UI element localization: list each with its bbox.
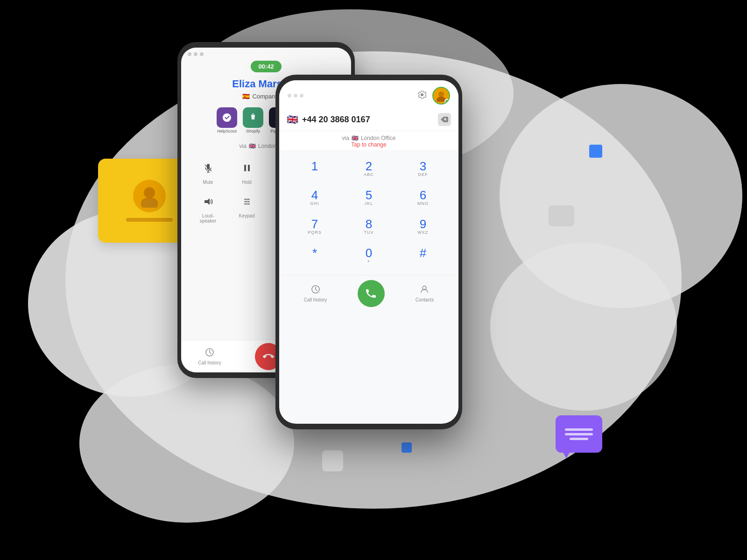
dial-num-5: 5 (366, 189, 372, 201)
front-dot-3 (300, 94, 303, 98)
mute-icon (199, 159, 218, 177)
shopify-label: Shopify (246, 129, 260, 133)
svg-point-21 (248, 201, 249, 203)
keypad-button[interactable]: Keypad (238, 192, 256, 224)
backspace-icon (441, 117, 448, 122)
dot-3 (200, 52, 204, 56)
dial-key-7[interactable]: 7 PQRS (289, 213, 341, 240)
svg-marker-15 (204, 198, 210, 205)
loudspeaker-label: Loud-speaker (200, 213, 217, 224)
helpscout-icon (217, 107, 237, 128)
mute-button[interactable]: Mute (199, 159, 218, 185)
dial-letters-7: PQRS (308, 230, 322, 236)
dialer-header (279, 80, 458, 108)
dot-1 (188, 52, 191, 56)
svg-point-23 (246, 203, 247, 205)
dial-key-hash[interactable]: # (397, 242, 449, 269)
dial-key-2[interactable]: 2 ABC (343, 155, 395, 182)
user-avatar[interactable] (432, 87, 450, 105)
svg-point-18 (248, 199, 249, 200)
front-contacts-icon (420, 285, 429, 296)
dial-letters-0: + (367, 259, 370, 265)
via-section-front: via 🇬🇧 London Office Tap to change (279, 131, 458, 150)
office-flag: 🇬🇧 (249, 143, 256, 149)
chat-line-2 (565, 433, 593, 435)
front-call-history-label: Call history (304, 297, 327, 302)
end-call-icon (263, 351, 274, 362)
svg-point-17 (246, 199, 247, 200)
dial-num-6: 6 (420, 189, 426, 201)
front-dot-1 (288, 94, 291, 98)
front-phone-dots (288, 94, 303, 98)
svg-point-19 (244, 201, 246, 203)
helpscout-label: HelpScout (217, 129, 237, 133)
dial-letters-9: WXZ (418, 230, 429, 236)
front-contacts-label: Contacts (416, 297, 434, 302)
hold-label: Hold (242, 180, 252, 185)
deco-blue-square-bottom (402, 442, 412, 453)
dial-letters-2: ABC (364, 172, 374, 178)
front-nav-call-history[interactable]: Call history (304, 285, 327, 302)
phone-number-display[interactable]: +44 20 3868 0167 (302, 115, 434, 125)
loudspeaker-icon (199, 192, 218, 211)
dial-num-hash: # (420, 247, 426, 259)
svg-point-4 (79, 364, 294, 523)
phone-number-input-area: 🇬🇧 +44 20 3868 0167 (279, 108, 458, 131)
dial-key-9[interactable]: 9 WXZ (397, 213, 449, 240)
call-button[interactable] (358, 280, 385, 307)
dial-num-2: 2 (366, 160, 372, 172)
dial-key-3[interactable]: 3 DEF (397, 155, 449, 182)
front-phone-screen: 🇬🇧 +44 20 3868 0167 via 🇬🇧 London Office… (279, 80, 458, 424)
dial-num-8: 8 (366, 218, 372, 230)
settings-button[interactable] (417, 90, 427, 102)
svg-rect-14 (248, 165, 250, 171)
hold-icon (238, 159, 256, 177)
dialpad: 1 2 ABC 3 DEF 4 GHI 5 JKL 6 MNO (279, 150, 458, 275)
back-nav-call-history[interactable]: Call history (198, 348, 221, 365)
keypad-icon (238, 192, 256, 211)
shopify-integration[interactable]: Shopify (243, 107, 263, 133)
dial-letters-3: DEF (418, 172, 428, 178)
avatar-svg (138, 184, 161, 208)
svg-point-20 (246, 201, 247, 203)
via-text: via (240, 143, 247, 149)
contact-avatar (133, 180, 166, 212)
dial-key-star[interactable]: * (289, 242, 341, 269)
front-phone-frame: 🇬🇧 +44 20 3868 0167 via 🇬🇧 London Office… (275, 75, 462, 429)
front-nav-contacts[interactable]: Contacts (416, 285, 434, 302)
chat-bubble (556, 415, 602, 453)
tap-to-change-button[interactable]: Tap to change (351, 141, 386, 148)
dialer-bottom-nav: Call history Contacts (279, 275, 458, 312)
caller-flag: 🇪🇸 (242, 93, 250, 100)
gear-icon (417, 90, 427, 99)
clock-icon (311, 285, 320, 294)
dial-key-0[interactable]: 0 + (343, 242, 395, 269)
call-timer: 00:42 (251, 61, 281, 72)
dial-key-8[interactable]: 8 TUV (343, 213, 395, 240)
hold-button[interactable]: Hold (238, 159, 256, 185)
call-icon (365, 287, 378, 300)
dial-num-7: 7 (311, 218, 318, 230)
online-indicator (444, 99, 449, 104)
svg-point-31 (438, 91, 444, 97)
office-flag-front: 🇬🇧 (352, 135, 359, 141)
mute-label: Mute (203, 180, 213, 185)
dial-letters-6: MNO (417, 201, 429, 207)
backspace-button[interactable] (438, 113, 451, 126)
dial-key-5[interactable]: 5 JKL (343, 184, 395, 211)
loudspeaker-button[interactable]: Loud-speaker (199, 192, 218, 224)
svg-point-24 (248, 203, 249, 205)
dial-num-1: 1 (311, 160, 318, 172)
dial-key-6[interactable]: 6 MNO (397, 184, 449, 211)
helpscout-integration[interactable]: HelpScout (217, 107, 237, 133)
country-flag: 🇬🇧 (287, 114, 298, 125)
dial-num-star: * (312, 247, 317, 259)
via-row: via 🇬🇧 London Office (342, 135, 396, 141)
svg-point-22 (244, 203, 246, 205)
dial-key-4[interactable]: 4 GHI (289, 184, 341, 211)
dial-num-3: 3 (420, 160, 426, 172)
deco-gray-square-right (549, 205, 574, 226)
dial-num-0: 0 (366, 247, 372, 259)
contact-card-line (126, 218, 173, 222)
dial-key-1[interactable]: 1 (289, 155, 341, 182)
